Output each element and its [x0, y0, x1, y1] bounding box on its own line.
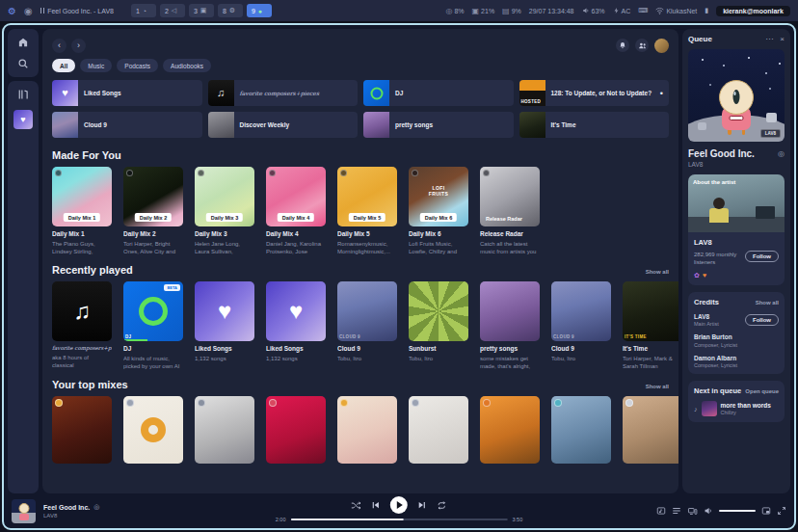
track-detail-icon[interactable]: ◎ [778, 149, 785, 158]
shuffle-icon[interactable] [351, 500, 361, 511]
previous-icon[interactable] [371, 500, 381, 510]
volume-stat[interactable]: 63% [582, 7, 605, 14]
playlist-card[interactable]: ♫ favorite composers+pieces aka 8 hours … [52, 281, 112, 371]
playlist-card[interactable]: LOFI FRUITS Daily Mix 6 Daily Mix 6 Lofi… [409, 167, 468, 256]
artist-emoji-row: ✿♥ [694, 272, 779, 279]
album-art [52, 112, 78, 138]
album-art: HOSTED [519, 80, 545, 106]
workspace-button[interactable]: 8 ⚙ [218, 4, 243, 17]
show-all-link[interactable]: Show all [756, 300, 779, 306]
playlist-card[interactable]: Release Radar Release Radar Catch all th… [480, 167, 540, 256]
quick-pick-tile[interactable]: It's Time [519, 112, 670, 138]
workspace-button[interactable]: 3 ▣ [189, 4, 214, 17]
next-track-row[interactable]: ♪ more than words Chillzy [694, 401, 779, 416]
mix-card[interactable] [52, 396, 112, 464]
quick-pick-tile[interactable]: ♫ favorite composers+pieces [208, 80, 359, 106]
friend-activity-button[interactable] [635, 39, 649, 52]
quick-pick-tile[interactable]: ♥ Liked Songs [52, 80, 202, 106]
library-icon[interactable] [17, 89, 29, 100]
filter-chip[interactable]: All [52, 59, 75, 72]
open-queue-link[interactable]: Open queue [745, 388, 779, 394]
search-icon[interactable] [17, 58, 29, 69]
volume-icon[interactable] [704, 506, 713, 516]
playlist-card[interactable]: CLOUD 9 Cloud 9 Tobu, Itro [337, 281, 397, 371]
queue-header: Queue ⋯ × [688, 35, 785, 43]
playlist-card[interactable]: ♥ Liked Songs 1,132 songs [195, 281, 254, 371]
queue-panel: Queue ⋯ × LAV8 Feel Good Inc. [682, 29, 790, 493]
now-playing-thumbnail[interactable] [12, 499, 36, 523]
credit-name[interactable]: Damon Albarn [694, 355, 779, 361]
liked-songs-shortcut[interactable]: ♥ [13, 110, 33, 129]
mix-card[interactable] [266, 396, 326, 464]
mix-card[interactable] [123, 396, 183, 464]
filter-chip[interactable]: Podcasts [117, 59, 158, 72]
devices-icon[interactable] [687, 506, 698, 516]
quick-pick-tile[interactable]: HOSTED 128: To Update, or Not to Update?… [519, 80, 670, 106]
follow-button[interactable]: Follow [745, 314, 779, 326]
keyboard-layout-icon[interactable]: ⌨ [638, 7, 648, 14]
queue-icon[interactable] [672, 506, 681, 516]
follow-button[interactable]: Follow [745, 251, 779, 262]
playlist-card[interactable]: Daily Mix 1 Daily Mix 1 The Piano Guys, … [52, 167, 112, 256]
home-icon[interactable] [17, 37, 29, 48]
mix-card[interactable] [480, 396, 540, 464]
status-icon[interactable]: ◉ [24, 6, 33, 16]
workspace-button[interactable]: 1 ◔ [131, 4, 156, 17]
show-all-link[interactable]: Show all [646, 269, 669, 275]
user-avatar[interactable] [654, 39, 669, 53]
mix-card[interactable] [409, 396, 468, 464]
workspace-button[interactable]: 2 ◁ [160, 4, 185, 17]
next-icon[interactable] [417, 500, 427, 510]
fullscreen-icon[interactable] [777, 506, 786, 516]
playback-controls [351, 496, 447, 514]
play-button[interactable] [390, 496, 408, 514]
quick-pick-tile[interactable]: Discover Weekly [208, 112, 359, 138]
mix-card[interactable] [551, 396, 611, 464]
playlist-card[interactable]: BETA DJ DJ All kinds of music, picked by… [123, 281, 183, 371]
track-title[interactable]: Feel Good Inc. [688, 148, 755, 159]
workspace-button[interactable]: 9 ● [247, 4, 272, 17]
now-playing-view-icon[interactable] [656, 506, 666, 516]
notifications-button[interactable] [616, 39, 629, 52]
filter-chip[interactable]: Music [80, 59, 112, 72]
user-session-chip[interactable]: kierank@moonlark [716, 6, 790, 16]
playlist-card[interactable]: pretty songs some mistakes get made, tha… [480, 281, 540, 371]
track-artist[interactable]: LAV8 [688, 161, 785, 168]
playlist-card[interactable]: IT'S TIME It's Time Tori Harper, Mark & … [623, 281, 678, 371]
playlist-card[interactable]: Daily Mix 5 Daily Mix 5 Romansenykmusic,… [337, 167, 397, 256]
playlist-card[interactable]: ♥ Liked Songs 1,132 songs [266, 281, 326, 371]
back-button[interactable]: ‹ [52, 39, 66, 53]
quick-pick-tile[interactable]: Cloud 9 [52, 112, 202, 138]
credit-name[interactable]: Brian Burton [694, 333, 779, 340]
miniplayer-icon[interactable] [761, 506, 771, 516]
mix-card[interactable] [337, 396, 397, 464]
network-status[interactable]: KlukasNet [655, 7, 697, 14]
playlist-card[interactable]: Daily Mix 2 Daily Mix 2 Tori Harper, Bri… [123, 167, 183, 256]
filter-chip[interactable]: Audiobooks [163, 59, 211, 72]
album-art: Daily Mix 4 [266, 167, 326, 226]
card-subtitle: Lofi Fruits Music, Lowfie, Chillzy and m… [409, 240, 468, 256]
track-detail-icon[interactable]: ◎ [93, 503, 99, 511]
mix-card[interactable] [195, 396, 254, 464]
progress-bar[interactable] [291, 519, 508, 521]
playlist-card[interactable]: Daily Mix 3 Daily Mix 3 Helen Jane Long,… [195, 167, 254, 256]
repeat-icon[interactable] [437, 500, 447, 511]
about-artist-card[interactable]: About the artist LAV8 282,969 monthly li… [688, 174, 785, 285]
more-options-icon[interactable]: ⋯ [765, 35, 773, 43]
playlist-card[interactable]: Daily Mix 4 Daily Mix 4 Daniel Jang, Kar… [266, 167, 326, 256]
show-all-link[interactable]: Show all [646, 384, 669, 389]
playlist-card[interactable]: CLOUD 9 Cloud 9 Tobu, Itro [551, 281, 611, 371]
memory-stat: ▣21% [472, 7, 495, 15]
playlist-card[interactable]: Sunburst Tobu, Itro [409, 281, 468, 371]
quick-pick-tile[interactable]: DJ [363, 80, 514, 106]
close-icon[interactable]: × [780, 35, 785, 43]
volume-slider[interactable] [719, 510, 756, 513]
player-track-artist[interactable]: LAV8 [43, 513, 99, 519]
mix-card[interactable] [623, 396, 678, 464]
forward-button[interactable]: › [71, 39, 86, 53]
now-playing-art[interactable]: LAV8 [688, 49, 785, 142]
player-track-title[interactable]: Feel Good Inc. [43, 504, 90, 511]
credit-name[interactable]: LAV8 [694, 313, 745, 320]
quick-pick-tile[interactable]: pretty songs [363, 112, 514, 138]
launcher-icon[interactable]: ⚙ [8, 6, 16, 16]
